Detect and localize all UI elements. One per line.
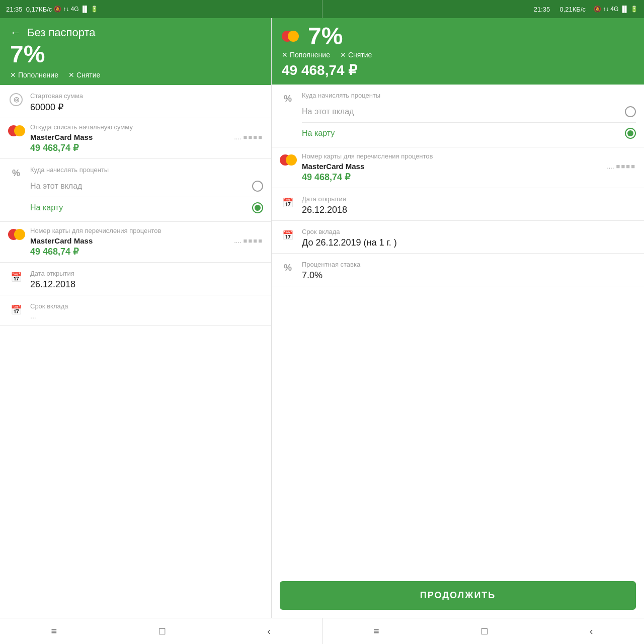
left-radio-circle-option2[interactable] [252, 202, 263, 213]
source-card-name: MasterCard Mass [30, 133, 93, 141]
right-open-date-value: 26.12.2018 [302, 205, 636, 215]
nav-menu-right[interactable]: ≡ [373, 625, 379, 637]
right-panel: 7% ✕ Пополнение ✕ Снятие 49 468,74 ₽ % [272, 18, 644, 618]
right-term-label: Срок вклада [302, 228, 636, 235]
nav-home-right[interactable]: □ [481, 625, 488, 637]
left-panel-title: Без паспорта [27, 26, 96, 39]
right-panel-balance: 49 468,74 ₽ [282, 62, 634, 78]
nav-back-left[interactable]: ‹ [267, 625, 271, 637]
right-radio-circle-option2[interactable] [625, 128, 636, 139]
bottom-nav: ≡ □ ‹ ≡ □ ‹ [0, 618, 644, 644]
calendar-icon-left: 📅 [8, 270, 24, 284]
nav-menu-left[interactable]: ≡ [51, 625, 57, 637]
back-button[interactable]: ← [10, 26, 21, 39]
status-bar-right: 21:35 0,21КБ/с 🔕 ↑↓ 4G ▐▌ 🔋 [323, 0, 645, 18]
right-term-section: 📅 Срок вклада До 26.12.2019 (на 1 г. ) [272, 221, 644, 254]
left-open-date-label: Дата открытия [30, 270, 263, 277]
right-tag-topup: Пополнение [290, 51, 330, 59]
coin-icon: ◎ [8, 92, 24, 106]
interest-card-dots: .... ■■■■ [234, 237, 263, 245]
nav-back-right[interactable]: ‹ [590, 625, 593, 637]
percent-icon-right: % [280, 92, 296, 106]
left-panel-percent: 7% [10, 41, 261, 68]
right-rate-label: Процентная ставка [302, 261, 636, 268]
left-open-date-section: 📅 Дата открытия 26.12.2018 [0, 263, 271, 295]
icons-right: 🔕 ↑↓ 4G ▐▌ 🔋 [594, 6, 638, 13]
source-card-section-icon [8, 123, 24, 136]
percent-icon-left: % [8, 166, 24, 180]
left-panel: ← Без паспорта 7% ✕ Пополнение ✕ Снятие [0, 18, 272, 618]
right-radio-circle-option1[interactable] [625, 106, 636, 117]
info-left: 0,17КБ/с [26, 6, 52, 13]
right-open-date-label: Дата открытия [302, 195, 636, 203]
time-right: 21:35 [534, 6, 550, 13]
status-bar-left: 21:35 0,17КБ/с 🔕 ↑↓ 4G ▐▌ 🔋 [0, 0, 322, 18]
source-card-label: Откуда списать начальную сумму [30, 123, 263, 131]
status-bar: 21:35 0,17КБ/с 🔕 ↑↓ 4G ▐▌ 🔋 21:35 0,21КБ… [0, 0, 644, 18]
right-open-date-section: 📅 Дата открытия 26.12.2018 [272, 188, 644, 221]
right-interest-section: % Куда начислять проценты На этот вклад … [272, 85, 644, 147]
interest-card-section: Номер карты для перечисления процентов M… [0, 222, 271, 263]
interest-card-mc-icon [8, 227, 24, 240]
calendar-icon-term-right: 📅 [280, 228, 296, 242]
left-open-date-value: 26.12.2018 [30, 279, 263, 290]
right-interest-card-balance: 49 468,74 ₽ [302, 172, 636, 183]
left-term-label: Срок вклада [30, 302, 263, 310]
left-tag-withdrawal: Снятие [76, 71, 100, 79]
start-amount-label: Стартовая сумма [30, 92, 263, 100]
interest-card-label: Номер карты для перечисления процентов [30, 227, 263, 234]
right-term-value: До 26.12.2019 (на 1 г. ) [302, 237, 636, 248]
right-radio-option1[interactable]: На этот вклад [302, 103, 636, 120]
right-interest-card-name: MasterCard Mass [302, 162, 364, 171]
left-radio-circle-option1[interactable] [252, 181, 263, 192]
right-interest-card-section: Номер карты для перечисления процентов M… [272, 147, 644, 188]
right-header-mc-icon [282, 31, 300, 42]
left-tag-topup: Пополнение [18, 71, 58, 79]
icons-left: 🔕 ↑↓ 4G ▐▌ 🔋 [54, 6, 98, 13]
interest-card-balance: 49 468,74 ₽ [30, 246, 263, 257]
left-radio-option2-label: На карту [30, 203, 63, 212]
nav-home-left[interactable]: □ [159, 625, 165, 637]
continue-button[interactable]: ПРОДОЛЖИТЬ [280, 581, 636, 610]
left-interest-section: % Куда начислять проценты На этот вклад … [0, 159, 271, 222]
right-panel-tags: ✕ Пополнение ✕ Снятие [282, 51, 634, 59]
source-card-section: Откуда списать начальную сумму MasterCar… [0, 118, 271, 159]
right-interest-card-mc-icon [280, 152, 296, 166]
time-left: 21:35 [6, 6, 23, 13]
percent-icon-rate: % [280, 261, 296, 275]
right-interest-card-label: Номер карты для перечисления процентов [302, 152, 636, 160]
bottom-nav-left: ≡ □ ‹ [0, 618, 323, 644]
left-radio-option1-label: На этот вклад [30, 182, 82, 191]
calendar-icon-term-left: 📅 [8, 302, 24, 316]
right-rate-value: 7.0% [302, 270, 636, 281]
right-tag-withdrawal: Снятие [348, 51, 372, 59]
right-interest-card-dots: .... ■■■■ [607, 163, 636, 170]
right-interest-label: Куда начислять проценты [302, 92, 636, 99]
right-panel-percent: 7% [308, 23, 343, 50]
left-panel-header: ← Без паспорта 7% ✕ Пополнение ✕ Снятие [0, 18, 271, 85]
bottom-nav-right: ≡ □ ‹ [323, 618, 645, 644]
right-radio-option2[interactable]: На карту [302, 125, 636, 142]
right-rate-section: % Процентная ставка 7.0% [272, 254, 644, 286]
left-radio-option1[interactable]: На этот вклад [30, 178, 263, 195]
left-term-section: 📅 Срок вклада ... [0, 295, 271, 326]
left-radio-option2[interactable]: На карту [30, 199, 263, 216]
left-interest-label: Куда начислять проценты [30, 166, 263, 174]
left-term-value: ... [30, 312, 263, 320]
right-radio-option2-label: На карту [302, 129, 335, 138]
interest-card-name: MasterCard Mass [30, 236, 93, 245]
left-panel-tags: ✕ Пополнение ✕ Снятие [10, 71, 261, 79]
right-panel-content: % Куда начислять проценты На этот вклад … [272, 85, 644, 618]
calendar-icon-right: 📅 [280, 195, 296, 209]
start-amount-value: 60000 ₽ [30, 102, 263, 113]
right-radio-option1-label: На этот вклад [302, 107, 354, 116]
right-panel-header: 7% ✕ Пополнение ✕ Снятие 49 468,74 ₽ [272, 18, 644, 85]
source-card-dots: .... ■■■■ [234, 133, 263, 141]
left-panel-content: ◎ Стартовая сумма 60000 ₽ Откуда списать… [0, 85, 271, 618]
start-amount-section: ◎ Стартовая сумма 60000 ₽ [0, 85, 271, 118]
info-right: 0,21КБ/с [559, 6, 586, 13]
source-card-balance: 49 468,74 ₽ [30, 142, 263, 153]
